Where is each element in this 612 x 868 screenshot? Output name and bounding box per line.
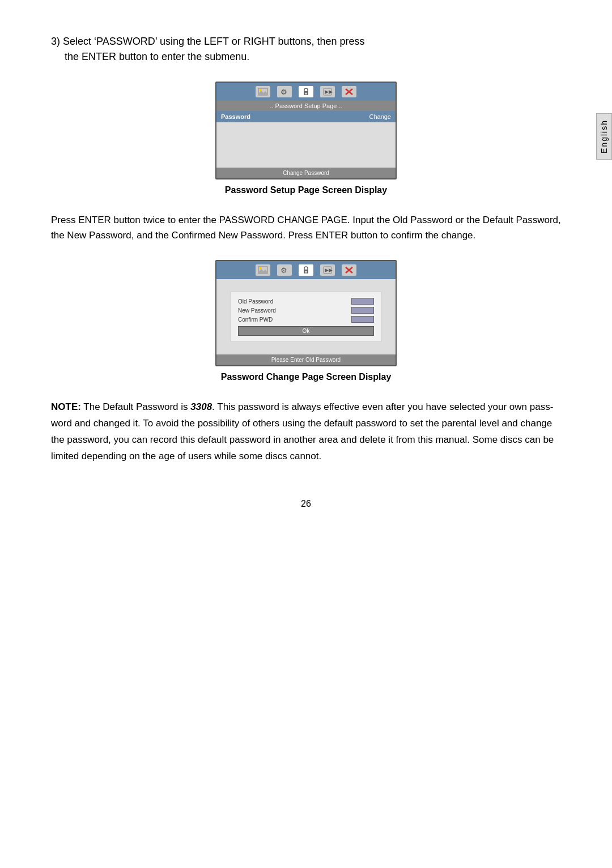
old-password-box: [351, 298, 374, 305]
step3-instruction: 3) Select ‘PASSWORD’ using the LEFT or R…: [51, 34, 561, 65]
media-icon: ▶▶: [320, 86, 335, 97]
gear-icon-2: ⚙: [277, 264, 292, 276]
screen2-caption: Password Change Page Screen Display: [51, 372, 561, 382]
screen1-toolbar: ⚙ ▶▶: [216, 83, 396, 101]
password-fields-container: Old Password New Password Confirm PWD Ok: [231, 292, 381, 342]
svg-text:▶▶: ▶▶: [325, 267, 333, 273]
svg-point-16: [305, 271, 307, 273]
old-password-label: Old Password: [238, 298, 351, 305]
confirm-pwd-label: Confirm PWD: [238, 317, 351, 323]
lock-icon-2: [299, 264, 313, 276]
screen1-subtitle: .. Password Setup Page ..: [216, 101, 396, 111]
screen1-header-row: Password Change: [216, 111, 396, 122]
svg-point-5: [305, 93, 307, 95]
note-text-before: The Default Password is: [83, 401, 190, 412]
note-section: NOTE: The Default Password is 3308. This…: [51, 399, 561, 465]
new-password-row: New Password: [238, 307, 374, 314]
screen1-change-value: Change: [369, 113, 391, 120]
ok-button[interactable]: Ok: [238, 326, 374, 336]
close-icon: [342, 86, 356, 97]
page-number: 26: [51, 499, 561, 509]
svg-text:▶▶: ▶▶: [325, 89, 333, 95]
svg-text:⚙: ⚙: [280, 266, 287, 275]
svg-point-13: [260, 267, 262, 270]
image-icon-2: [256, 264, 270, 276]
image-icon: [256, 86, 270, 97]
screen1-body: [216, 122, 396, 168]
step3-line2: the ENTER button to enter the submenu.: [51, 51, 249, 62]
svg-point-2: [260, 89, 262, 91]
screen2-toolbar: ⚙ ▶▶: [216, 261, 396, 279]
new-password-box: [351, 307, 374, 314]
gear-icon: ⚙: [277, 86, 292, 97]
new-password-label: New Password: [238, 307, 351, 314]
svg-text:⚙: ⚙: [280, 88, 287, 96]
screen1-footer: Change Password: [216, 168, 396, 178]
media-icon-2: ▶▶: [320, 264, 335, 276]
password-setup-screen: ⚙ ▶▶: [215, 82, 397, 179]
default-password: 3308: [190, 401, 212, 412]
confirm-pwd-box: [351, 316, 374, 323]
body-paragraph: Press ENTER button twice to enter the PA…: [51, 212, 561, 243]
confirm-pwd-row: Confirm PWD: [238, 316, 374, 323]
password-change-screen: ⚙ ▶▶: [215, 260, 397, 366]
close-icon-2: [342, 264, 356, 276]
lock-icon: [299, 86, 313, 97]
step3-line1: 3) Select ‘PASSWORD’ using the LEFT or R…: [51, 36, 365, 47]
old-password-row: Old Password: [238, 298, 374, 305]
screen1-password-label: Password: [221, 113, 369, 120]
screen2-footer: Please Enter Old Password: [216, 354, 396, 365]
screen1-caption: Password Setup Page Screen Display: [51, 185, 561, 195]
english-language-tab: English: [596, 113, 612, 160]
note-label: NOTE:: [51, 401, 81, 412]
